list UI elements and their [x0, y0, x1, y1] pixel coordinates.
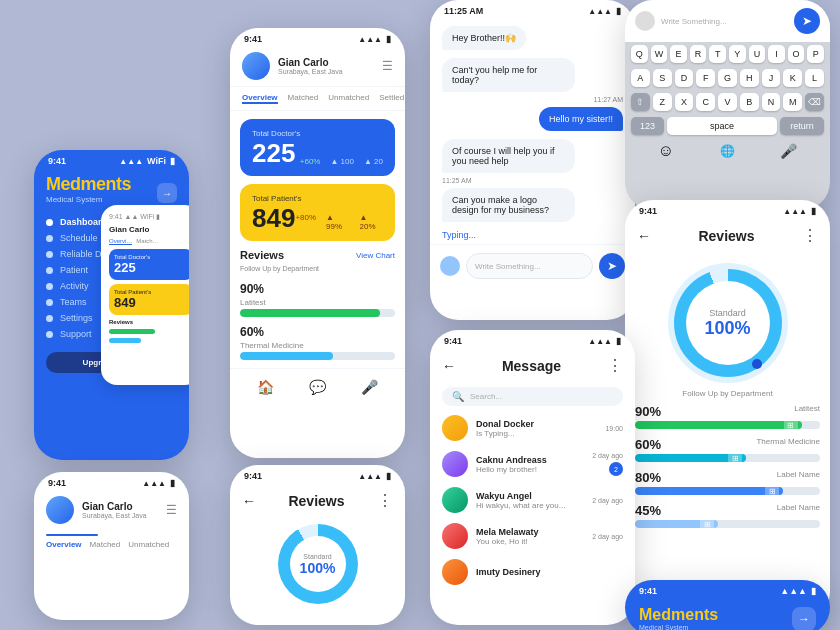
rev-bar-3: 45% Label Name ⊞ [635, 503, 820, 528]
key-j[interactable]: J [762, 69, 781, 87]
bottom-icons: 🏠 💬 🎤 [230, 368, 405, 401]
signal-icon: ▲▲▲ [119, 157, 143, 166]
chat-icon[interactable]: 💬 [309, 379, 326, 395]
tab-matched[interactable]: Matched [288, 93, 319, 104]
msg-contact-1[interactable]: Caknu Andreass Hello my brother! 2 day a… [430, 446, 635, 482]
mic-icon[interactable]: 🎤 [780, 143, 797, 159]
home-icon[interactable]: 🏠 [257, 379, 274, 395]
rev-bars: 90% Latitest ⊞ 60% Thermal Medicine ⊞ [625, 404, 830, 528]
key-t[interactable]: T [709, 45, 726, 63]
tab-settled[interactable]: Settled [379, 93, 404, 104]
key-l[interactable]: L [805, 69, 824, 87]
avatar-image [242, 52, 270, 80]
key-e[interactable]: E [670, 45, 687, 63]
signal-icon: ▲▲▲ [358, 35, 382, 44]
battery-icon: ▮ [170, 156, 175, 166]
back-button-btm[interactable]: ← [242, 493, 256, 509]
tab-overview[interactable]: Overview [46, 540, 82, 549]
contact-info-3: Mela Melawaty You oke, Ho it! [476, 527, 584, 546]
key-123[interactable]: 123 [631, 117, 664, 135]
key-shift[interactable]: ⇧ [631, 93, 650, 111]
signal-icon: ▲▲▲ [783, 207, 807, 216]
reviews-btm-phone: 9:41 ▲▲▲ ▮ ← Reviews ⋮ Standard 100% [230, 465, 405, 625]
arrow-btn[interactable]: → [792, 607, 816, 631]
key-d[interactable]: D [675, 69, 694, 87]
signal-icon: ▲▲▲ [142, 479, 166, 488]
key-f[interactable]: F [696, 69, 715, 87]
key-h[interactable]: H [740, 69, 759, 87]
key-n[interactable]: N [762, 93, 781, 111]
key-m[interactable]: M [783, 93, 802, 111]
profile-row: Gian Carlo Surabaya, East Java ☰ [34, 490, 189, 530]
tab-overview[interactable]: Overview [242, 93, 278, 104]
key-w[interactable]: W [651, 45, 668, 63]
key-x[interactable]: X [675, 93, 694, 111]
reviews-title: Reviews [240, 249, 284, 261]
menu-icon[interactable]: ☰ [382, 59, 393, 73]
menu-icon[interactable]: ☰ [166, 503, 177, 517]
mini-name: Gian Carlo [109, 225, 189, 234]
msg-contact-4[interactable]: Imuty Desinery [430, 554, 635, 590]
kb-row-3: ⇧ Z X C V B N M ⌫ [625, 90, 830, 114]
brand-sub: Medical System [46, 195, 131, 204]
mic-icon[interactable]: 🎤 [361, 379, 378, 395]
key-z[interactable]: Z [653, 93, 672, 111]
rev-fill-3: ⊞ [635, 520, 718, 528]
key-a[interactable]: A [631, 69, 650, 87]
key-v[interactable]: V [718, 93, 737, 111]
wifi-icon: WiFi [147, 156, 166, 166]
key-g[interactable]: G [718, 69, 737, 87]
msg-contact-3[interactable]: Mela Melawaty You oke, Ho it! 2 day ago [430, 518, 635, 554]
key-return[interactable]: return [780, 117, 824, 135]
view-chart-link[interactable]: View Chart [356, 251, 395, 260]
key-u[interactable]: U [749, 45, 766, 63]
back-button[interactable]: ← [442, 358, 456, 374]
tab-matched[interactable]: Matched [90, 540, 121, 549]
contact-name-1: Caknu Andreass [476, 455, 584, 465]
rev-track-3: ⊞ [635, 520, 820, 528]
key-y[interactable]: Y [729, 45, 746, 63]
keyboard-send-button[interactable]: ➤ [794, 8, 820, 34]
more-icon-btm[interactable]: ⋮ [377, 491, 393, 510]
bar-pct-1: 60% [240, 325, 264, 339]
arrow-icon[interactable]: → [157, 183, 177, 203]
more-options-icon[interactable]: ⋮ [607, 356, 623, 375]
key-backspace[interactable]: ⌫ [805, 93, 824, 111]
key-i[interactable]: I [768, 45, 785, 63]
more-options-icon[interactable]: ⋮ [802, 226, 818, 245]
emoji-icon[interactable]: ☺ [658, 142, 674, 160]
doctors-label: Total Doctor's [252, 129, 383, 138]
key-p[interactable]: P [807, 45, 824, 63]
key-o[interactable]: O [788, 45, 805, 63]
keyboard-input[interactable]: Write Something... [661, 17, 788, 26]
key-r[interactable]: R [690, 45, 707, 63]
contact-avatar-2 [442, 487, 468, 513]
search-bar[interactable]: 🔍 Search... [442, 387, 623, 406]
kb-row-2: A S D F G H J K L [625, 66, 830, 90]
status-bar: 11:25 AM ▲▲▲ ▮ [430, 0, 635, 18]
medments-btm-logo: Medments Medical System [639, 606, 718, 630]
tab-unmatched[interactable]: Unmatched [328, 93, 369, 104]
contact-preview-3: You oke, Ho it! [476, 537, 584, 546]
status-bar: 9:41 ▲▲▲ ▮ [625, 200, 830, 218]
key-space[interactable]: space [667, 117, 777, 135]
status-bar: 9:41 ▲▲▲ ▮ [230, 28, 405, 46]
nav-dot [46, 251, 53, 258]
back-button[interactable]: ← [637, 228, 651, 244]
patients-value: 849 [252, 205, 295, 231]
msg-contact-2[interactable]: Wakyu Angel Hi wakyu, what are you... 2 … [430, 482, 635, 518]
send-button[interactable]: ➤ [599, 253, 625, 279]
chat-input[interactable]: Write Something... [466, 253, 593, 279]
tab-unmatched[interactable]: Unmatched [128, 540, 169, 549]
key-k[interactable]: K [783, 69, 802, 87]
bar-icon-0: ⊞ [784, 421, 798, 429]
globe-icon[interactable]: 🌐 [720, 144, 735, 158]
msg-contact-0[interactable]: Donal Docker Is Typing... 19:00 [430, 410, 635, 446]
key-s[interactable]: S [653, 69, 672, 87]
bar-icon-3: ⊞ [700, 520, 714, 528]
key-q[interactable]: Q [631, 45, 648, 63]
key-b[interactable]: B [740, 93, 759, 111]
contact-name-2: Wakyu Angel [476, 491, 584, 501]
rev-pct-3: 45% [635, 503, 661, 518]
key-c[interactable]: C [696, 93, 715, 111]
